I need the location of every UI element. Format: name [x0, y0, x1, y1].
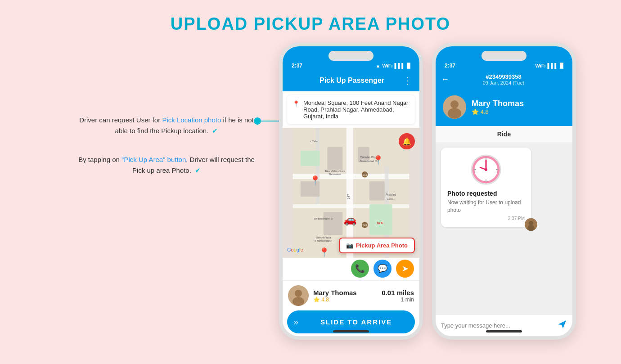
msg-time: 2:37 PM	[447, 216, 525, 221]
status-icons-1: ▲ WiFi ▌▌▌ ▉	[376, 63, 410, 69]
pickup-btn-label: Pickup Area Photo	[356, 242, 408, 249]
pickup-area-photo-button[interactable]: 📷 Pickup Area Photo	[339, 238, 415, 253]
photo-req-title: Photo requested	[447, 190, 525, 197]
order-date: 09 Jan, 2024 (Tue)	[454, 80, 554, 85]
highlight-2: "Pick Up Area" button	[122, 156, 186, 163]
battery-icon-2: ▉	[560, 63, 563, 69]
description-text-1: Driver can request User for Pick Locatio…	[72, 115, 261, 136]
svg-point-32	[292, 297, 304, 306]
star-icon: ⭐	[313, 297, 320, 303]
driver-avatar-small	[525, 218, 537, 231]
slide-arrows-icon: »	[293, 317, 298, 327]
check-icon-2: ✔	[195, 166, 201, 174]
svg-text:147: 147	[362, 173, 368, 176]
svg-rect-11	[369, 181, 385, 201]
photo-req-sub: Now waiting for User to upload photo	[447, 199, 525, 214]
chat-user-details: Mary Thomas ⭐ 4.8	[472, 99, 524, 115]
svg-point-41	[485, 168, 487, 171]
svg-text:147: 147	[362, 224, 368, 227]
content-area: Driver can request User for Pick Locatio…	[0, 43, 621, 340]
address-bar: 📍 Mondeal Square, 100 Feet Anand Nagar R…	[287, 95, 415, 124]
connector-dot-1	[254, 117, 261, 125]
map-pin-1: 📍	[373, 155, 384, 166]
star-icon-2: ⭐	[472, 108, 479, 115]
check-icon-1: ✔	[212, 127, 218, 135]
phone-driver: 2:37 ▲ WiFi ▌▌▌ ▉ Pick Up Passenger ⋮ 📍 …	[279, 43, 423, 340]
svg-text:(Prahladnagar): (Prahladnagar)	[315, 239, 333, 242]
svg-point-31	[295, 290, 302, 297]
svg-point-47	[529, 221, 533, 225]
photo-requested-card: Photo requested Now waiting for User to …	[441, 148, 531, 227]
description-block-1: Driver can request User for Pick Locatio…	[72, 115, 261, 136]
order-id: #2349939358	[454, 73, 554, 80]
notification-bell[interactable]: 🔔	[399, 133, 415, 149]
svg-text:Showroom: Showroom	[328, 173, 341, 175]
svg-text:KFC: KFC	[377, 221, 383, 225]
address-text: Mondeal Square, 100 Feet Anand Nagar Roa…	[303, 99, 410, 120]
navigate-button[interactable]: ➤	[396, 260, 414, 278]
phone-chat: 2:37 WiFi ▌▌▌ ▉ ← #2349939358 09 Jan, 20…	[432, 43, 576, 340]
chat-rating-value: 4.8	[481, 108, 489, 115]
passenger-bar: Mary Thomas ⭐ 4.8 0.01 miles 1 min	[283, 280, 419, 310]
send-button[interactable]	[557, 319, 567, 332]
chat-header: ← #2349939358 09 Jan, 2024 (Tue)	[436, 72, 572, 91]
google-logo: Google	[287, 247, 303, 252]
camera-icon: 📷	[346, 242, 353, 249]
status-icons-2: WiFi ▌▌▌ ▉	[535, 63, 563, 69]
signal-icon-2: ▌▌▌	[548, 63, 558, 68]
car-marker: 🚗	[343, 213, 357, 226]
pin-icon: 📍	[292, 100, 300, 107]
svg-point-34	[450, 100, 459, 108]
svg-point-35	[448, 108, 461, 119]
highlight-1: Pick Location photo	[162, 116, 221, 124]
chat-user-rating: ⭐ 4.8	[472, 108, 524, 115]
svg-text:t.Cafe: t.Cafe	[310, 140, 318, 143]
signal-icon: ▌▌▌	[395, 63, 405, 68]
left-panel: Driver can request User for Pick Locatio…	[45, 43, 279, 189]
status-time-2: 2:37	[445, 63, 455, 69]
call-button[interactable]: 📞	[351, 260, 369, 278]
passenger-distance: 0.01 miles 1 min	[382, 289, 414, 303]
distance-value: 0.01 miles	[382, 289, 414, 297]
chat-header-info: #2349939358 09 Jan, 2024 (Tue)	[454, 73, 554, 85]
menu-icon[interactable]: ⋮	[403, 75, 412, 86]
distance-time: 1 min	[382, 297, 414, 303]
passenger-avatar	[288, 285, 309, 306]
map-pin-4: 📍	[319, 247, 330, 258]
rating-value: 4.8	[321, 297, 329, 303]
slide-text: SLIDE TO ARRIVE	[304, 318, 409, 326]
clock-icon-wrap	[447, 154, 525, 185]
chat-user-info: Mary Thomas ⭐ 4.8	[436, 91, 572, 126]
wifi-icon: WiFi	[382, 63, 392, 68]
svg-text:Gard...: Gard...	[387, 198, 395, 200]
map-pin-2: 📍	[310, 175, 321, 186]
status-time-1: 2:37	[292, 63, 302, 69]
chat-input[interactable]	[441, 322, 554, 329]
passenger-rating: ⭐ 4.8	[313, 297, 377, 303]
passenger-name: Mary Thomas	[313, 289, 377, 297]
svg-rect-7	[301, 151, 320, 166]
svg-text:Off Billionaire St: Off Billionaire St	[314, 217, 333, 220]
status-bar-2: 2:37 WiFi ▌▌▌ ▉	[436, 46, 572, 72]
wifi-icon-2: WiFi	[535, 63, 545, 68]
svg-rect-12	[324, 212, 343, 235]
slide-arrive-button[interactable]: » SLIDE TO ARRIVE	[287, 310, 415, 333]
chat-body: Photo requested Now waiting for User to …	[436, 142, 572, 315]
passenger-section: 📞 💬 ➤ Mary Thomas	[283, 258, 419, 310]
svg-text:Octant Pizza: Octant Pizza	[316, 237, 331, 239]
back-button[interactable]: ←	[441, 75, 449, 84]
chat-user-name: Mary Thomas	[472, 99, 524, 108]
svg-text:Tata Motors Cars: Tata Motors Cars	[325, 170, 345, 172]
chat-button[interactable]: 💬	[374, 260, 392, 278]
svg-text:Prahlad: Prahlad	[386, 193, 396, 196]
svg-rect-6	[369, 204, 392, 235]
location-icon: ▲	[376, 63, 381, 68]
chat-user-avatar	[443, 95, 466, 119]
app-header-title: Pick Up Passenger	[301, 76, 403, 85]
phones-area: 2:37 ▲ WiFi ▌▌▌ ▉ Pick Up Passenger ⋮ 📍 …	[279, 43, 576, 340]
passenger-info: Mary Thomas ⭐ 4.8	[313, 289, 377, 303]
clock-icon	[470, 154, 502, 185]
app-header-1: Pick Up Passenger ⋮	[283, 72, 419, 91]
ride-label: Ride	[436, 126, 572, 142]
action-buttons: 📞 💬 ➤	[283, 258, 419, 280]
